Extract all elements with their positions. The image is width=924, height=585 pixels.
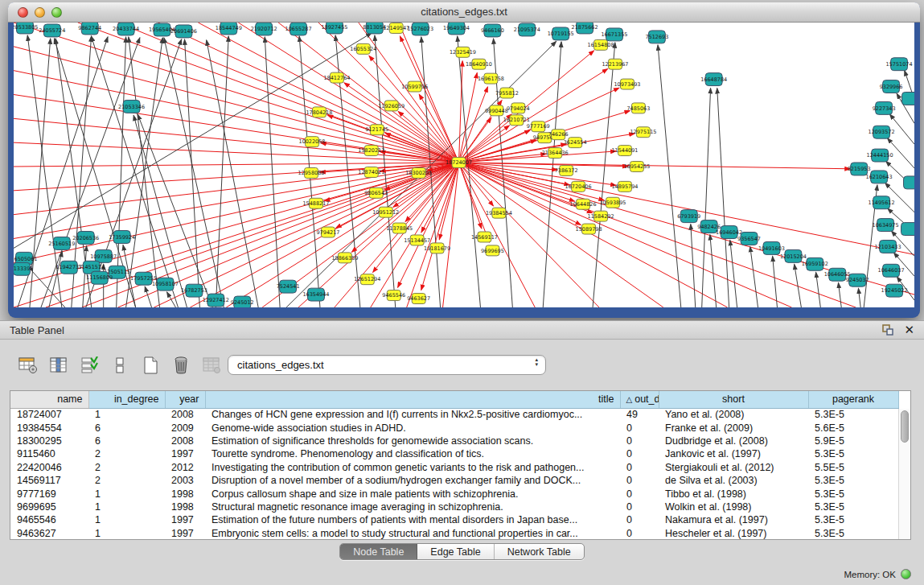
graph-node[interactable]: 15276023 — [407, 23, 433, 35]
graph-node[interactable]: 7955812 — [495, 88, 519, 98]
graph-node[interactable]: 16961758 — [478, 73, 504, 84]
network-canvas[interactable]: 1872400712149547160553241841276417804218… — [14, 23, 914, 307]
tab-node-table[interactable]: Node Table — [340, 544, 417, 559]
graph-node[interactable]: 746266 — [548, 130, 569, 140]
graph-node[interactable]: 10634975 — [873, 219, 899, 232]
graph-node[interactable]: 18544749 — [216, 23, 242, 35]
graph-node[interactable]: 9794217 — [317, 227, 340, 237]
table-mode-icon[interactable] — [18, 355, 39, 376]
graph-node[interactable]: 19384554 — [486, 208, 512, 218]
graph-node[interactable]: 14569117 — [471, 232, 498, 242]
graph-node[interactable] — [902, 93, 914, 105]
table-row[interactable]: 911546021997Tourette syndrome. Phenomeno… — [10, 447, 898, 460]
graph-node[interactable] — [904, 176, 914, 189]
graph-node[interactable]: 20533805 — [14, 23, 38, 34]
graph-node[interactable]: 12213967 — [602, 59, 629, 69]
table-select-dropdown[interactable]: citations_edges.txt ▴▾ — [228, 355, 546, 375]
graph-node[interactable]: 18412764 — [323, 72, 350, 83]
graph-node[interactable]: 10022058 — [299, 137, 326, 147]
graph-node[interactable]: 19649304 — [443, 23, 470, 35]
graph-node[interactable]: 14895794 — [611, 181, 638, 192]
graph-node[interactable]: 21920712 — [251, 23, 277, 35]
table-scrollbar-thumb[interactable] — [901, 410, 909, 443]
graph-node[interactable]: 7524541 — [277, 280, 300, 293]
delete-column-icon[interactable] — [170, 355, 191, 376]
graph-node[interactable]: 16210643 — [866, 171, 893, 183]
graph-node[interactable]: 11495612 — [869, 196, 895, 209]
graph-node[interactable]: 9990448 — [485, 105, 508, 116]
graph-node[interactable]: 7485063 — [626, 103, 650, 113]
table-row[interactable]: 1938455462009Genome-wide association stu… — [10, 421, 898, 434]
graph-node[interactable]: 9699695 — [481, 245, 504, 256]
graph-node[interactable]: 18927455 — [321, 23, 347, 34]
graph-node[interactable]: 9466160 — [481, 24, 504, 37]
table-row[interactable]: 1456911722003Disruption of a novel membe… — [10, 474, 898, 487]
graph-node[interactable]: 9465546 — [382, 290, 405, 301]
graph-node[interactable]: 11378845 — [386, 223, 413, 233]
graph-node[interactable]: 12444150 — [867, 149, 893, 162]
graph-node[interactable]: 16954255 — [623, 162, 650, 172]
memory-status-indicator[interactable] — [901, 569, 911, 579]
graph-node[interactable]: 7512693 — [645, 31, 668, 43]
graph-node[interactable]: 7386372 — [555, 165, 578, 175]
graph-node[interactable]: 9245037 — [846, 274, 869, 286]
graph-node[interactable]: 10644826 — [570, 199, 597, 209]
graph-node[interactable]: 12975115 — [630, 127, 656, 138]
graph-node[interactable]: 15866359 — [331, 253, 358, 263]
graph-node[interactable]: 12325419 — [450, 47, 476, 57]
close-panel-icon[interactable]: ✕ — [904, 323, 914, 336]
graph-node[interactable]: 10599796 — [401, 81, 428, 92]
column-header-name[interactable]: name — [10, 391, 88, 408]
table-row[interactable]: 1872400712008Changes of HCN gene express… — [10, 408, 898, 421]
table-row[interactable]: 977716911998Corpus callosum shape and si… — [10, 487, 898, 500]
graph-node[interactable]: 12958088 — [298, 167, 325, 178]
table-row[interactable]: 946554611997Estimation of the future num… — [10, 513, 898, 526]
column-header-pagerank[interactable]: pagerank — [808, 391, 898, 408]
graph-node[interactable]: 9227343 — [873, 101, 896, 114]
graph-node[interactable]: 15488217 — [302, 198, 329, 208]
graph-node[interactable]: 12093572 — [869, 126, 895, 138]
graph-node[interactable]: 18640910 — [466, 59, 492, 69]
graph-node[interactable]: 19181679 — [424, 243, 450, 253]
graph-node[interactable]: 10646037 — [878, 264, 905, 277]
tab-edge-table[interactable]: Edge Table — [417, 544, 494, 559]
table-row[interactable]: 946362711997Embryonic stem cells: a mode… — [10, 527, 898, 540]
graph-node[interactable]: 15751074 — [886, 58, 913, 71]
column-checklist-icon[interactable] — [79, 355, 100, 376]
graph-node[interactable]: 9329966 — [880, 80, 903, 93]
graph-node[interactable]: 25160519 — [48, 237, 75, 249]
graph-node[interactable]: 16354944 — [302, 288, 329, 301]
graph-node[interactable]: 8813054 — [363, 23, 386, 34]
graph-node[interactable]: 16671355 — [602, 28, 628, 41]
graph-node[interactable]: 3624554 — [564, 138, 587, 148]
graph-node[interactable]: 21095374 — [514, 23, 540, 36]
table-row[interactable]: 969969511998Structural magnetic resonanc… — [10, 501, 898, 513]
graph-node[interactable]: 16782753 — [181, 284, 207, 297]
graph-node[interactable]: 24055724 — [39, 24, 65, 37]
graph-node[interactable]: 9245012 — [231, 296, 254, 307]
tab-network-table[interactable]: Network Table — [495, 544, 584, 559]
table-row[interactable]: 2242004622012Investigating the contribut… — [10, 461, 898, 474]
graph-node[interactable]: 9356547 — [737, 233, 761, 245]
graph-node[interactable]: 9463627 — [407, 294, 430, 304]
column-header-in-degree[interactable]: in_degree — [88, 391, 165, 408]
graph-node[interactable]: 10973493 — [614, 79, 640, 89]
graph-node[interactable]: 16055324 — [350, 43, 376, 54]
graph-node[interactable]: 10719155 — [548, 27, 574, 40]
graph-node[interactable]: 15089798 — [576, 224, 602, 234]
graph-node[interactable]: 9862744 — [78, 23, 101, 35]
column-header-out-de-[interactable]: △out_de... — [620, 391, 659, 408]
graph-node[interactable]: 20433744 — [113, 23, 139, 35]
graph-node[interactable]: 15134457 — [404, 235, 430, 245]
column-header-year[interactable]: year — [165, 391, 205, 408]
graph-node[interactable]: 10593895 — [600, 197, 626, 208]
graph-node[interactable]: 15820213 — [358, 146, 384, 156]
graph-node[interactable] — [901, 223, 914, 236]
graph-node[interactable]: 12927412 — [203, 294, 229, 307]
float-panel-icon[interactable] — [882, 324, 894, 336]
graph-node[interactable]: 21875662 — [572, 23, 598, 34]
column-header-short[interactable]: short — [659, 391, 808, 408]
graph-node[interactable]: 11584292 — [588, 211, 614, 221]
show-column-icon[interactable] — [48, 355, 69, 376]
graph-node[interactable]: 10655287 — [285, 23, 312, 35]
